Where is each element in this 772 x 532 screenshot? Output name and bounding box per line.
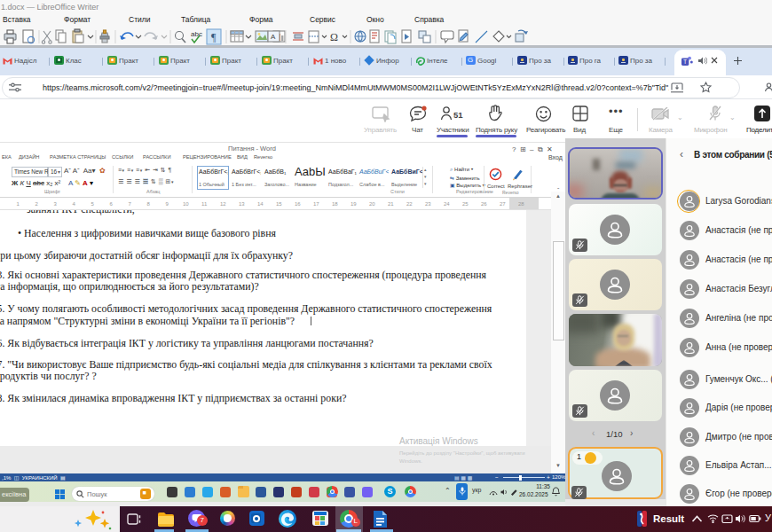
svg-text:Ω: Ω <box>330 31 338 43</box>
svg-text:abc: abc <box>191 30 202 38</box>
svg-text:¶: ¶ <box>211 31 217 43</box>
svg-text:A: A <box>271 33 276 41</box>
svg-text:T: T <box>683 59 687 65</box>
